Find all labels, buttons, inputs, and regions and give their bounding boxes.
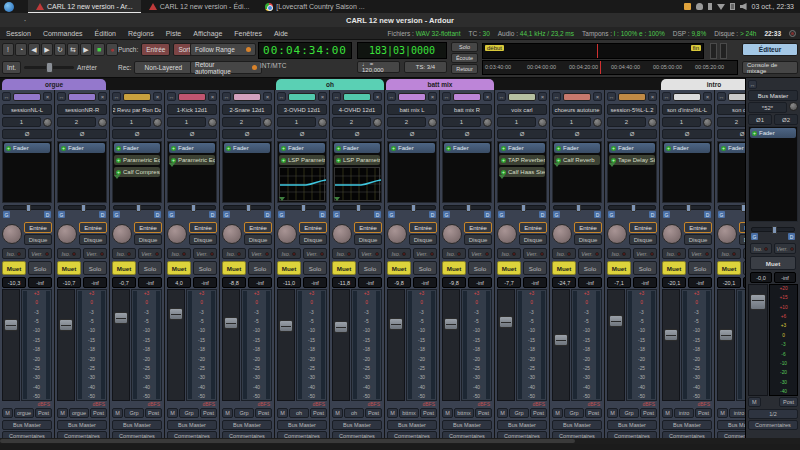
midi-panic-button[interactable]: ! — [2, 43, 14, 56]
processor-box[interactable]: +Fader+Parametric Equal+Calf Compressor — [112, 141, 162, 203]
gain-display[interactable]: -20,1 — [662, 277, 686, 288]
processor-plugin[interactable]: +TAP Reverberator — [499, 155, 545, 165]
mini-timeline[interactable]: début fin — [482, 43, 704, 59]
gain-display[interactable]: -11,8 — [332, 277, 356, 288]
peak-readout[interactable]: dBFS — [55, 401, 109, 408]
strip-color-bar[interactable] — [563, 93, 591, 101]
peak-readout[interactable]: dBFS — [110, 401, 164, 408]
processor-box[interactable]: +Fader — [387, 141, 437, 203]
fader-mode-button[interactable]: Post — [200, 408, 217, 418]
strip-name-button[interactable]: choeurs autotune — [552, 104, 602, 115]
fader[interactable] — [717, 289, 735, 401]
phase-button[interactable]: Ø — [57, 129, 107, 139]
solo-iso-button[interactable]: Iso. — [2, 248, 26, 259]
fader-lock-button[interactable]: Verr. — [28, 248, 52, 259]
peak-readout[interactable]: dBFS — [330, 401, 384, 408]
trim-knob[interactable] — [538, 118, 547, 127]
processor-plugin[interactable]: +Parametric Equal — [114, 155, 160, 165]
input-monitor-button[interactable]: Entrée — [299, 222, 327, 233]
solo-iso-button[interactable]: Iso. — [552, 248, 576, 259]
master-gain-display[interactable]: -0,0 — [750, 272, 772, 283]
editor-tab-button[interactable]: Éditeur — [742, 43, 798, 56]
mute-button[interactable]: Muet — [57, 261, 81, 275]
comments-button[interactable]: Commentaires — [662, 431, 712, 438]
solo-button[interactable]: Solo — [743, 261, 745, 275]
strip-hold-button[interactable]: ↔ — [112, 92, 121, 101]
gain-display[interactable]: -9,8 — [442, 277, 466, 288]
strip-input-button[interactable]: 1 — [167, 117, 206, 127]
solo-indicator-button[interactable]: Solo — [451, 42, 478, 52]
gain-display[interactable]: -0,7 — [112, 277, 136, 288]
phase-button[interactable]: Ø — [717, 129, 745, 139]
taskbar-window-tab[interactable]: [Lovecraft Country Saison ... — [257, 0, 372, 13]
mute-button[interactable]: Muet — [2, 261, 26, 275]
strip-close-button[interactable]: × — [703, 92, 712, 101]
fader[interactable] — [662, 289, 680, 401]
meter-point-button[interactable]: M — [277, 408, 288, 418]
taskbar-window-tab[interactable]: CARL 12 new version - Édi... — [141, 0, 258, 13]
meter-point-button[interactable]: M — [442, 408, 453, 418]
master-comments-button[interactable]: Commentaires — [748, 420, 798, 430]
monitor-knob[interactable] — [607, 224, 627, 244]
fader[interactable] — [442, 289, 460, 401]
strip-input-button[interactable]: 2 — [717, 117, 745, 127]
fader[interactable] — [387, 289, 405, 401]
meter-point-button[interactable]: M — [57, 408, 68, 418]
strip-close-button[interactable]: × — [263, 92, 272, 101]
solo-button[interactable]: Solo — [83, 261, 107, 275]
record-button[interactable]: ● — [106, 43, 118, 56]
strip-close-button[interactable]: × — [483, 92, 492, 101]
audition-indicator-button[interactable]: Écoute — [451, 53, 478, 63]
gain-display[interactable]: -10,3 — [2, 277, 26, 288]
fader-mode-button[interactable]: Post — [365, 408, 382, 418]
master-fader[interactable] — [748, 284, 768, 396]
master-mute-button[interactable]: Muet — [750, 256, 796, 270]
peak-display[interactable]: -inf — [193, 277, 217, 288]
phase-button[interactable]: Ø — [222, 129, 272, 139]
solo-iso-button[interactable]: Iso. — [112, 248, 136, 259]
strip-name-button[interactable]: 2-Snare 12d1 — [222, 104, 272, 115]
monitor-knob[interactable] — [2, 224, 22, 244]
strip-name-button[interactable]: son d'intro%L-L — [662, 104, 712, 115]
pan-slider[interactable] — [718, 205, 745, 210]
solo-button[interactable]: Solo — [193, 261, 217, 275]
processor-fader[interactable]: +Fader — [664, 143, 710, 153]
range-play-button[interactable]: ⇆ — [67, 43, 79, 56]
horizontal-scrollbar[interactable] — [0, 438, 800, 444]
group-button[interactable]: Grp — [619, 408, 639, 418]
strip-hold-button[interactable]: ↔ — [57, 92, 66, 101]
mute-button[interactable]: Muet — [167, 261, 191, 275]
monitor-knob[interactable] — [112, 224, 132, 244]
group-button[interactable]: bttmx — [454, 408, 474, 418]
processor-box[interactable]: +Fader+LSP Parametric E — [277, 141, 327, 203]
fader-lock-button[interactable]: Verr. — [633, 248, 657, 259]
gain-display[interactable]: -10,7 — [57, 277, 81, 288]
input-monitor-button[interactable]: Entrée — [24, 222, 52, 233]
fader-mode-button[interactable]: Post — [35, 408, 52, 418]
follow-range-dropdown[interactable]: Follow Range — [190, 43, 256, 56]
disk-monitor-button[interactable]: Disque — [684, 234, 712, 245]
strip-close-button[interactable]: × — [428, 92, 437, 101]
group-button[interactable]: Grp — [509, 408, 529, 418]
processor-box[interactable]: +Fader — [662, 141, 712, 203]
tray-app-icon[interactable] — [684, 3, 691, 10]
wifi-icon[interactable] — [717, 4, 725, 10]
fader-mode-button[interactable]: Post — [255, 408, 272, 418]
phase-button[interactable]: Ø — [662, 129, 712, 139]
menu-régions[interactable]: Régions — [122, 30, 160, 37]
strip-close-button[interactable]: × — [318, 92, 327, 101]
strip-close-button[interactable]: × — [648, 92, 657, 101]
master-name-button[interactable]: Bus Master — [748, 90, 798, 101]
solo-iso-button[interactable]: Iso. — [717, 248, 741, 259]
group-button[interactable]: Grp — [234, 408, 254, 418]
meter-point-button[interactable]: M — [222, 408, 233, 418]
comments-button[interactable]: Commentaires — [222, 431, 272, 438]
strip-name-button[interactable]: voix carl — [497, 104, 547, 115]
disk-monitor-button[interactable]: Disque — [409, 234, 437, 245]
phase-button[interactable]: Ø — [277, 129, 327, 139]
group-button[interactable]: oh — [289, 408, 309, 418]
mute-button[interactable]: Muet — [552, 261, 576, 275]
trim-knob[interactable] — [263, 118, 272, 127]
output-button[interactable]: Bus Master — [332, 420, 382, 430]
group-button[interactable]: Grp — [124, 408, 144, 418]
